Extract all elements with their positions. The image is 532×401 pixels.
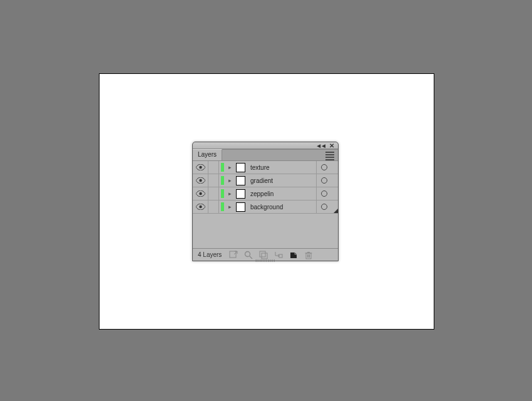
layer-count-label: 4 Layers <box>193 251 227 258</box>
svg-rect-4 <box>230 251 236 258</box>
layer-color-swatch <box>219 174 225 187</box>
row-end <box>332 161 338 174</box>
lock-column[interactable] <box>208 187 219 200</box>
visibility-toggle[interactable] <box>193 187 208 200</box>
collapse-icon[interactable]: ◄◄ <box>315 143 325 149</box>
locate-object-icon <box>229 251 238 259</box>
row-end <box>332 200 338 213</box>
tab-layers[interactable]: Layers <box>193 149 222 160</box>
new-layer-icon[interactable] <box>289 251 298 259</box>
disclosure-toggle[interactable]: ▸ <box>225 161 234 174</box>
visibility-toggle[interactable] <box>193 161 208 174</box>
layer-name[interactable]: texture <box>247 164 316 171</box>
panel-topbar: ◄◄ ✕ <box>193 142 338 149</box>
layer-list: ▸ texture ▸ gradient ▸ ze <box>193 161 338 214</box>
svg-point-0 <box>199 166 202 169</box>
visibility-toggle[interactable] <box>193 174 208 187</box>
panel-footer: 4 Layers ıııııııııı <box>193 248 338 261</box>
svg-point-5 <box>245 251 250 256</box>
layer-thumbnail[interactable] <box>234 200 247 213</box>
lock-column[interactable] <box>208 200 219 213</box>
row-end <box>332 174 338 187</box>
eye-icon <box>196 190 205 197</box>
disclosure-toggle[interactable]: ▸ <box>225 174 234 187</box>
panel-menu-icon[interactable] <box>325 152 334 160</box>
svg-rect-9 <box>279 254 282 258</box>
layer-row[interactable]: ▸ zeppelin <box>193 187 338 200</box>
eye-icon <box>196 204 205 210</box>
layer-name[interactable]: zeppelin <box>247 190 316 197</box>
tab-spacer <box>222 149 338 160</box>
panel-tabs: Layers <box>193 149 338 161</box>
layer-name[interactable]: background <box>247 204 316 211</box>
layers-panel: ◄◄ ✕ Layers ▸ texture <box>192 142 339 261</box>
delete-icon <box>304 251 313 259</box>
layer-thumbnail[interactable] <box>234 174 247 187</box>
lock-column[interactable] <box>208 174 219 187</box>
eye-icon <box>196 177 205 184</box>
layer-color-swatch <box>219 187 225 200</box>
svg-point-2 <box>199 192 202 195</box>
svg-point-1 <box>199 179 202 182</box>
row-end <box>332 187 338 200</box>
close-icon[interactable]: ✕ <box>329 143 334 149</box>
new-sublayer-icon <box>274 251 283 259</box>
target-icon[interactable] <box>316 200 332 213</box>
resize-grip-icon[interactable]: ıııııııııı <box>255 258 275 263</box>
layer-color-swatch <box>219 200 225 213</box>
layer-thumbnail[interactable] <box>234 187 247 200</box>
layer-row[interactable]: ▸ gradient <box>193 174 338 187</box>
layer-name[interactable]: gradient <box>247 177 316 184</box>
resize-corner-icon[interactable] <box>334 209 338 213</box>
visibility-toggle[interactable] <box>193 200 208 213</box>
layer-thumbnail[interactable] <box>234 161 247 174</box>
layer-color-swatch <box>219 161 225 174</box>
lock-column[interactable] <box>208 161 219 174</box>
eye-icon <box>196 164 205 170</box>
disclosure-toggle[interactable]: ▸ <box>225 187 234 200</box>
svg-point-3 <box>199 206 202 208</box>
layer-row[interactable]: ▸ background <box>193 200 338 214</box>
disclosure-toggle[interactable]: ▸ <box>225 200 234 213</box>
target-icon[interactable] <box>316 161 332 174</box>
target-icon[interactable] <box>316 187 332 200</box>
target-icon[interactable] <box>316 174 332 187</box>
search-icon <box>244 251 253 259</box>
svg-line-6 <box>250 256 253 259</box>
layer-row[interactable]: ▸ texture <box>193 161 338 174</box>
svg-rect-7 <box>260 251 265 257</box>
